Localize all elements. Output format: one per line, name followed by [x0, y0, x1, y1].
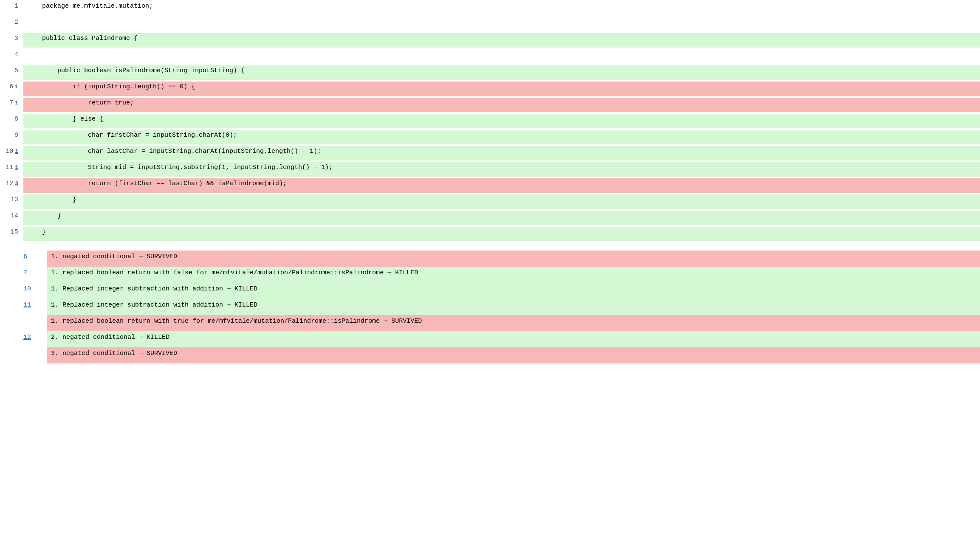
line-number-cell: 3 [0, 33, 23, 48]
line-number-cell: 8 [0, 114, 23, 128]
line-number-cell: 123 [0, 178, 23, 193]
code-line-content: package me.mfvitale.mutation; [23, 1, 980, 15]
mutation-text: 1. replaced boolean return with false fo… [47, 267, 980, 283]
line-number-text: 12 [6, 180, 13, 187]
code-line: 15 } [0, 226, 980, 242]
line-number-cell: 71 [0, 98, 23, 112]
code-line-content: char firstChar = inputString.charAt(0); [23, 130, 980, 144]
code-line: 71 return true; [0, 97, 980, 113]
code-line: 4 [0, 48, 980, 65]
code-line-content: return true; [23, 98, 980, 112]
mutation-entry: 122. negated conditional → KILLED [23, 331, 980, 347]
code-line-content: public boolean isPalindrome(String input… [23, 65, 980, 80]
line-number-cell: 2 [0, 17, 23, 31]
line-number-text: 11 [6, 164, 13, 171]
mutation-text: 2. negated conditional → KILLED [47, 331, 980, 347]
line-number-text: 8 [14, 115, 18, 123]
code-line: 5 public boolean isPalindrome(String inp… [0, 65, 980, 81]
code-line: 14 } [0, 210, 980, 226]
line-number-cell: 4 [0, 49, 23, 64]
code-line: 61 if (inputString.length() == 0) { [0, 81, 980, 97]
code-line-content: char lastChar = inputString.charAt(input… [23, 146, 980, 161]
mutation-count-badge[interactable]: 1 [15, 100, 18, 106]
code-line-content: } else { [23, 114, 980, 128]
code-line-content: return (firstChar == lastChar) && isPali… [23, 178, 980, 193]
code-line: 3 public class Palindrome { [0, 32, 980, 48]
line-number-text: 1 [14, 3, 18, 10]
line-number-text: 10 [6, 148, 13, 155]
line-number-cell: 13 [0, 194, 23, 209]
code-line-content: String mid = inputString.substring(1, in… [23, 162, 980, 177]
code-line-content: public class Palindrome { [23, 33, 980, 48]
code-line: 8 } else { [0, 113, 980, 129]
mutation-line-ref[interactable]: 6 [23, 251, 47, 267]
mutation-line-ref[interactable]: 12 [23, 331, 47, 347]
mutation-count-badge[interactable]: 1 [15, 148, 18, 155]
line-number-text: 14 [11, 212, 18, 220]
line-number-text: 15 [11, 228, 18, 236]
mutation-count-badge[interactable]: 3 [15, 180, 18, 187]
code-line-content: } [23, 211, 980, 225]
code-line-content: if (inputString.length() == 0) { [23, 82, 980, 96]
line-number-cell: 1 [0, 1, 23, 15]
line-number-cell: 15 [0, 227, 23, 241]
code-line: 101 char lastChar = inputString.charAt(i… [0, 145, 980, 161]
mutation-text: 1. replaced boolean return with true for… [47, 315, 980, 331]
mutation-entry: 111. Replaced integer subtraction with a… [23, 299, 980, 315]
line-number-cell: 9 [0, 130, 23, 144]
line-number-cell: 111 [0, 162, 23, 177]
code-line-content: } [23, 194, 980, 209]
mutation-text: 3. negated conditional → SURVIVED [47, 347, 980, 363]
mutation-entry: 101. Replaced integer subtraction with a… [23, 283, 980, 299]
line-number-text: 13 [11, 196, 18, 203]
mutations-list: 61. negated conditional → SURVIVED71. re… [23, 251, 980, 363]
code-section: 1 package me.mfvitale.mutation;23 public… [0, 0, 980, 242]
mutation-text: 1. Replaced integer subtraction with add… [47, 299, 980, 315]
code-line: 123 return (firstChar == lastChar) && is… [0, 177, 980, 194]
line-number-text: 9 [14, 132, 18, 139]
mutation-text: 1. Replaced integer subtraction with add… [47, 283, 980, 299]
line-number-cell: 14 [0, 211, 23, 225]
code-line: 13 } [0, 194, 980, 210]
mutation-line-ref[interactable]: 10 [23, 283, 47, 299]
line-number-cell: 5 [0, 65, 23, 80]
mutation-no-ref [23, 315, 47, 331]
line-number-text: 3 [14, 35, 18, 42]
mutation-entry: 61. negated conditional → SURVIVED [23, 251, 980, 267]
mutation-count-badge[interactable]: 1 [15, 164, 18, 171]
line-number-text: 5 [14, 67, 18, 74]
mutation-count-badge[interactable]: 1 [15, 84, 18, 90]
code-line-content [23, 49, 980, 64]
code-line: 9 char firstChar = inputString.charAt(0)… [0, 129, 980, 145]
line-number-text: 4 [14, 51, 18, 58]
mutations-section: 61. negated conditional → SURVIVED71. re… [0, 251, 980, 363]
code-line: 2 [0, 16, 980, 32]
mutation-entry: 1. replaced boolean return with true for… [23, 315, 980, 331]
mutation-line-ref[interactable]: 11 [23, 299, 47, 315]
code-line-content [23, 17, 980, 31]
page-container: 1 package me.mfvitale.mutation;23 public… [0, 0, 980, 552]
line-number-cell: 101 [0, 146, 23, 161]
mutation-entry: 71. replaced boolean return with false f… [23, 267, 980, 283]
line-number-text: 2 [14, 19, 18, 26]
line-number-text: 6 [9, 83, 13, 90]
code-line: 111 String mid = inputString.substring(1… [0, 161, 980, 177]
code-line: 1 package me.mfvitale.mutation; [0, 0, 980, 16]
mutation-line-ref[interactable]: 7 [23, 267, 47, 283]
line-number-cell: 61 [0, 82, 23, 96]
line-number-text: 7 [9, 99, 13, 107]
mutation-entry: 3. negated conditional → SURVIVED [23, 347, 980, 363]
mutation-no-ref [23, 347, 47, 363]
code-line-content: } [23, 227, 980, 241]
mutation-text: 1. negated conditional → SURVIVED [47, 251, 980, 267]
